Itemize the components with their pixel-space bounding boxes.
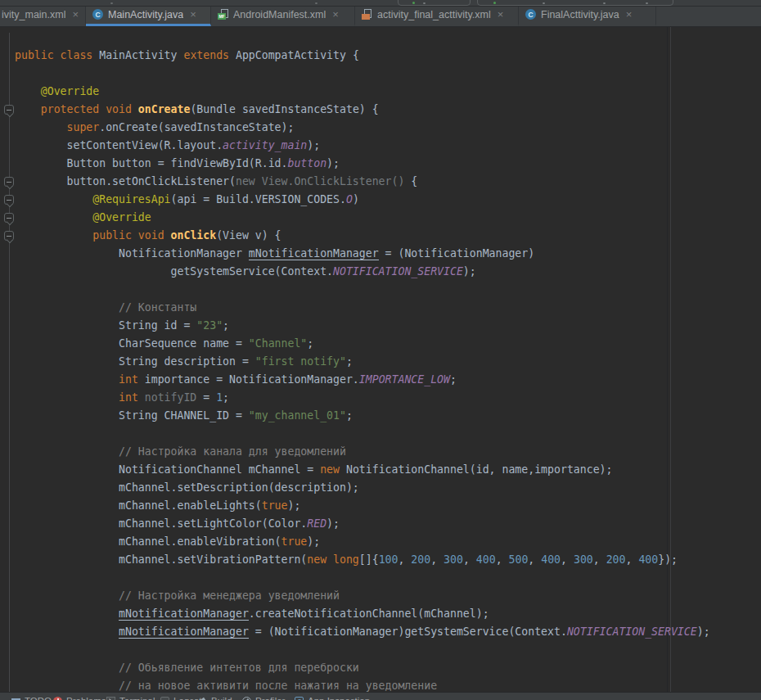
toolwindow-todo[interactable]: TODO: [11, 696, 52, 700]
code-line[interactable]: protected void onCreate(Bundle savedInst…: [0, 101, 761, 119]
tab-activity-main-xml[interactable]: ivity_main.xml ×: [0, 7, 86, 26]
device-selector-button[interactable]: [477, 0, 673, 6]
build-hammer-icon: [198, 697, 207, 700]
code-line[interactable]: getSystemService(Context.NOTIFICATION_SE…: [0, 263, 761, 281]
toolbar-glyph: [603, 2, 606, 4]
tab-finalacttivity-java[interactable]: C FinalActtivity.java ×: [519, 7, 656, 26]
toolbar-glyph: [315, 2, 317, 4]
toolwindow-label: Terminal: [119, 696, 155, 700]
toolwindow-label: Profiler: [255, 696, 285, 700]
code-line[interactable]: CharSequence name = "Channel";: [0, 335, 761, 353]
close-icon[interactable]: ×: [626, 9, 633, 20]
fold-marker-icon[interactable]: [4, 177, 14, 187]
editor-tab-bar: ivity_main.xml × C MainActivity.java × M…: [0, 7, 761, 27]
code-line[interactable]: setContentView(R.layout.activity_main);: [0, 137, 761, 155]
fold-marker-icon[interactable]: [4, 231, 14, 241]
code-line[interactable]: [0, 281, 761, 299]
code-line[interactable]: // Настройка менеджера уведомлений: [0, 587, 761, 605]
code-line[interactable]: int notifyID = 1;: [0, 389, 761, 407]
code-line[interactable]: [0, 425, 761, 443]
profiler-gauge-icon: [242, 697, 251, 700]
toolwindow-terminal[interactable]: Terminal: [106, 696, 155, 700]
toolwindow-problems[interactable]: Problems: [53, 696, 106, 700]
java-class-icon: C: [525, 9, 536, 20]
run-config-button[interactable]: [398, 0, 471, 6]
code-line[interactable]: [0, 641, 761, 659]
layout-xml-file-icon: [362, 9, 372, 20]
code-line[interactable]: mChannel.setDescription(description);: [0, 479, 761, 497]
close-icon[interactable]: ×: [498, 9, 504, 20]
tab-label: FinalActtivity.java: [541, 9, 619, 20]
manifest-badge: MF: [218, 13, 226, 20]
fold-marker-icon[interactable]: [4, 195, 14, 205]
code-line[interactable]: super.onCreate(savedInstanceState);: [0, 119, 761, 137]
device-status-dot: [493, 2, 496, 4]
toolwindow-label: TODO: [25, 696, 52, 700]
close-icon[interactable]: ×: [332, 9, 339, 20]
toolwindow-logcat[interactable]: Logcat: [160, 696, 202, 700]
code-line[interactable]: public class MainActivity extends AppCom…: [0, 47, 761, 65]
toolbar-glyph: [543, 2, 545, 4]
code-line[interactable]: @Override: [0, 209, 761, 227]
fold-marker-icon[interactable]: [4, 105, 14, 115]
code-lines-container: public class MainActivity extends AppCom…: [0, 47, 761, 692]
tab-label: activity_final_acttivity.xml: [377, 9, 491, 20]
code-line[interactable]: // Константы: [0, 299, 761, 317]
code-line[interactable]: mNotificationManager.createNotificationC…: [0, 605, 761, 623]
code-line[interactable]: NotificationChannel mChannel = new Notif…: [0, 461, 761, 479]
toolbar-glyph: [646, 2, 648, 4]
toolwindow-label: Build: [211, 696, 232, 700]
code-line[interactable]: mChannel.enableVibration(true);: [0, 533, 761, 551]
code-line[interactable]: @Override: [0, 83, 761, 101]
code-line[interactable]: public void onClick(View v) {: [0, 227, 761, 245]
manifest-file-icon: MF: [218, 9, 228, 20]
tab-label: MainActivity.java: [108, 9, 183, 20]
code-line[interactable]: // на новое активити после нажатия на ув…: [0, 677, 761, 692]
ide-window: ivity_main.xml × C MainActivity.java × M…: [0, 0, 761, 700]
code-line[interactable]: mNotificationManager = (NotificationMana…: [0, 623, 761, 641]
code-line[interactable]: mChannel.setVibrationPattern(new long[]{…: [0, 551, 761, 569]
code-line[interactable]: int importance = NotificationManager.IMP…: [0, 371, 761, 389]
tool-window-bar: TODO Problems Terminal Logcat Build Prof…: [0, 692, 761, 700]
logcat-icon: [160, 697, 169, 700]
run-status-dot: [412, 2, 415, 4]
layout-badge: [362, 14, 370, 20]
fold-marker-icon[interactable]: [4, 213, 14, 223]
code-line[interactable]: @RequiresApi(api = Build.VERSION_CODES.O…: [0, 191, 761, 209]
java-class-icon: C: [92, 9, 103, 20]
toolbar-strip: [0, 0, 761, 7]
toolbar-glyph: [110, 2, 113, 4]
problems-icon: [53, 697, 62, 700]
tab-mainactivity-java[interactable]: C MainActivity.java ×: [86, 7, 211, 26]
app-inspection-icon: [295, 697, 304, 700]
code-line[interactable]: [0, 569, 761, 587]
code-line[interactable]: mChannel.enableLights(true);: [0, 497, 761, 515]
toolwindow-app-inspection[interactable]: App Inspection: [295, 696, 370, 700]
code-line[interactable]: // Обьявление интентов для переброски: [0, 659, 761, 677]
code-line[interactable]: String description = "first notify";: [0, 353, 761, 371]
code-line[interactable]: NotificationManager mNotificationManager…: [0, 245, 761, 263]
code-line[interactable]: Button button = findViewById(R.id.button…: [0, 155, 761, 173]
tab-androidmanifest-xml[interactable]: MF AndroidManifest.xml ×: [211, 7, 355, 26]
code-line[interactable]: String CHANNEL_ID = "my_channel_01";: [0, 407, 761, 425]
terminal-icon: [106, 697, 115, 700]
tab-label: AndroidManifest.xml: [233, 9, 326, 20]
code-line[interactable]: mChannel.setLightColor(Color.RED);: [0, 515, 761, 533]
close-icon[interactable]: ×: [72, 9, 79, 20]
close-icon[interactable]: ×: [190, 9, 196, 20]
code-editor[interactable]: public class MainActivity extends AppCom…: [0, 27, 761, 692]
toolwindow-profiler[interactable]: Profiler: [242, 696, 285, 700]
tab-activity-final-acttivity-xml[interactable]: activity_final_acttivity.xml ×: [355, 7, 519, 26]
toolwindow-label: Problems: [66, 696, 106, 700]
code-line[interactable]: button.setOnClickListener(new View.OnCli…: [0, 173, 761, 191]
code-line[interactable]: // Настройка канала для уведомлений: [0, 443, 761, 461]
code-line[interactable]: [0, 65, 761, 83]
toolwindow-label: App Inspection: [308, 696, 370, 700]
code-line[interactable]: String id = "23";: [0, 317, 761, 335]
toolwindow-build[interactable]: Build: [198, 696, 232, 700]
tab-label: ivity_main.xml: [2, 9, 65, 20]
toolbar-glyph: [423, 2, 426, 4]
